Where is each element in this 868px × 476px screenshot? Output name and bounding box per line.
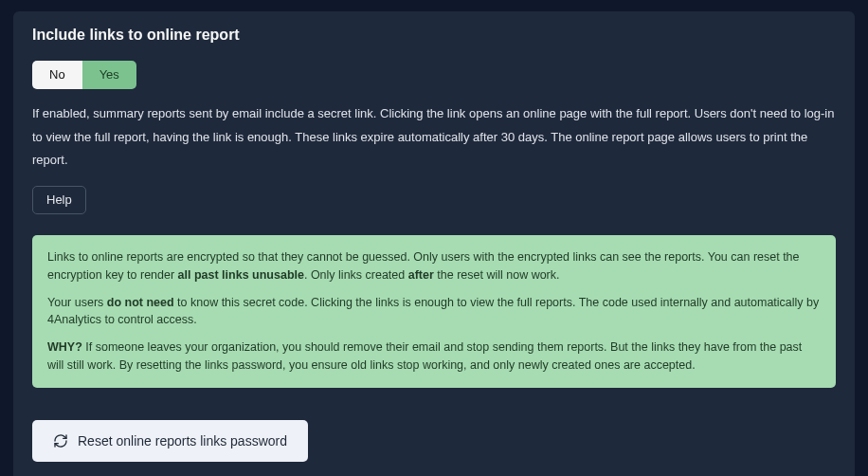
- setting-description: If enabled, summary reports sent by emai…: [32, 102, 836, 173]
- include-links-toggle[interactable]: No Yes: [32, 61, 136, 89]
- info-paragraph-1: Links to online reports are encrypted so…: [47, 248, 821, 284]
- help-button[interactable]: Help: [32, 186, 86, 214]
- reset-button-label: Reset online reports links password: [78, 433, 287, 449]
- settings-panel: Include links to online report No Yes If…: [13, 11, 855, 476]
- toggle-no[interactable]: No: [32, 61, 82, 89]
- info-paragraph-3: WHY? If someone leaves your organization…: [47, 339, 821, 375]
- toggle-yes[interactable]: Yes: [82, 61, 136, 89]
- reset-links-password-button[interactable]: Reset online reports links password: [32, 420, 308, 462]
- info-box: Links to online reports are encrypted so…: [32, 235, 836, 388]
- section-title: Include links to online report: [32, 27, 836, 44]
- info-paragraph-2: Your users do not need to know this secr…: [47, 294, 821, 330]
- refresh-icon: [53, 433, 68, 449]
